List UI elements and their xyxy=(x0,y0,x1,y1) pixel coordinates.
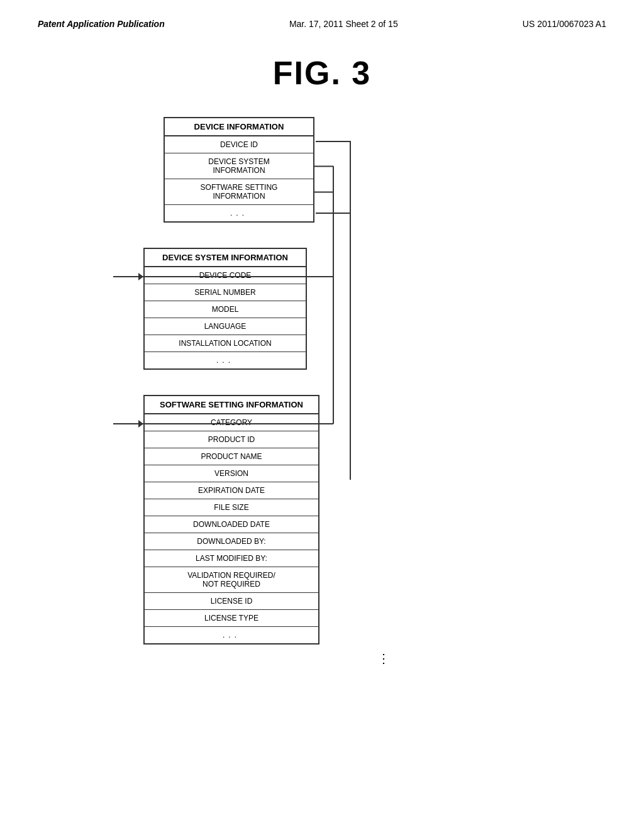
main-diagram: DEVICE INFORMATION DEVICE ID DEVICE SYST… xyxy=(0,117,644,666)
device-system-row-3: LANGUAGE xyxy=(145,318,306,335)
connector-right xyxy=(607,248,608,370)
device-system-row-1: SERIAL NUMBER xyxy=(145,284,306,301)
header-publication: Patent Application Publication xyxy=(38,19,165,29)
software-row-3: VERSION xyxy=(145,465,318,482)
diagram-layout: DEVICE INFORMATION DEVICE ID DEVICE SYST… xyxy=(113,117,606,666)
device-info-row-0: DEVICE ID xyxy=(165,136,313,153)
software-setting-arrow xyxy=(113,420,143,428)
device-info-container: DEVICE INFORMATION DEVICE ID DEVICE SYST… xyxy=(164,117,314,223)
software-setting-section: SOFTWARE SETTING INFORMATION CATEGORY PR… xyxy=(113,395,606,645)
device-system-section: DEVICE SYSTEM INFORMATION DEVICE CODE SE… xyxy=(113,248,606,370)
device-system-arrow xyxy=(113,273,143,280)
device-system-row-0: DEVICE CODE xyxy=(145,267,306,284)
bottom-dots: ⋮ xyxy=(164,651,606,666)
software-dots: ... xyxy=(145,627,318,643)
software-row-7: DOWNLOADED BY: xyxy=(145,533,318,550)
software-row-1: PRODUCT ID xyxy=(145,431,318,448)
device-info-title: DEVICE INFORMATION xyxy=(165,118,313,136)
software-row-5: FILE SIZE xyxy=(145,499,318,516)
software-row-0: CATEGORY xyxy=(145,414,318,431)
device-system-row-2: MODEL xyxy=(145,301,306,318)
device-system-box: DEVICE SYSTEM INFORMATION DEVICE CODE SE… xyxy=(143,248,307,370)
software-row-9: VALIDATION REQUIRED/NOT REQUIRED xyxy=(145,567,318,593)
figure-title: FIG. 3 xyxy=(0,54,644,92)
arrow-line-1 xyxy=(113,276,138,277)
arrow-line-2 xyxy=(113,423,138,424)
software-row-8: LAST MODIFIED BY: xyxy=(145,550,318,567)
software-row-4: EXPIRATION DATE xyxy=(145,482,318,499)
device-system-title: DEVICE SYSTEM INFORMATION xyxy=(145,249,306,267)
software-row-2: PRODUCT NAME xyxy=(145,448,318,465)
header-date-sheet: Mar. 17, 2011 Sheet 2 of 15 xyxy=(289,19,398,29)
device-system-row-4: INSTALLATION LOCATION xyxy=(145,335,306,352)
device-info-row-1: DEVICE SYSTEMINFORMATION xyxy=(165,153,313,179)
top-bracket xyxy=(316,141,351,214)
arrow-head-2 xyxy=(138,420,143,428)
software-setting-title: SOFTWARE SETTING INFORMATION xyxy=(145,396,318,414)
device-info-dots: ... xyxy=(165,205,313,221)
device-info-box: DEVICE INFORMATION DEVICE ID DEVICE SYST… xyxy=(164,117,314,223)
software-row-10: LICENSE ID xyxy=(145,593,318,610)
software-setting-box: SOFTWARE SETTING INFORMATION CATEGORY PR… xyxy=(143,395,319,645)
software-row-11: LICENSE TYPE xyxy=(145,610,318,627)
page-header: Patent Application Publication Mar. 17, … xyxy=(0,0,644,35)
header-patent-number: US 2011/0067023 A1 xyxy=(523,19,606,29)
software-row-6: DOWNLOADED DATE xyxy=(145,516,318,533)
arrow-head-1 xyxy=(138,273,143,280)
device-info-row-2: SOFTWARE SETTINGINFORMATION xyxy=(165,179,313,205)
device-system-dots: ... xyxy=(145,352,306,368)
